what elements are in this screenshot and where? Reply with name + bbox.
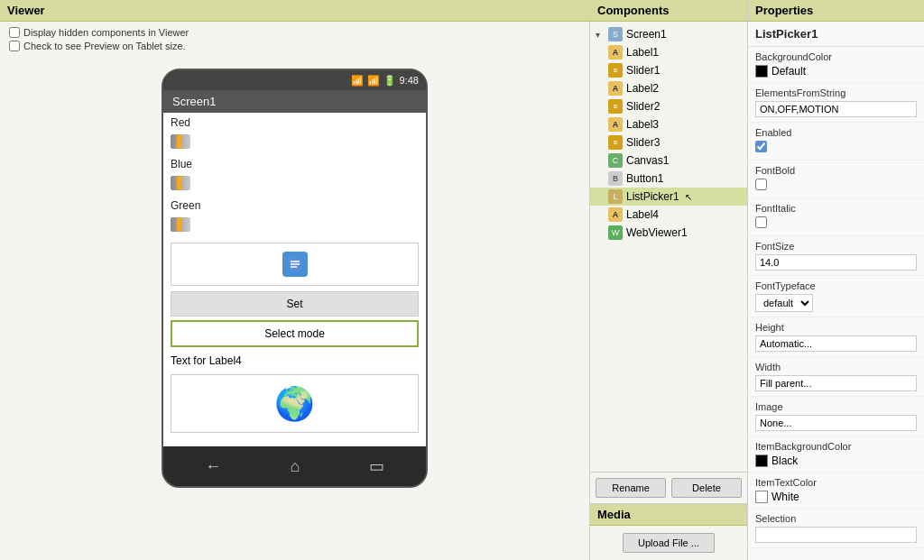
prop-label-width: Width [755, 362, 917, 372]
prop-value-item-bgcolor[interactable]: Black [755, 454, 917, 467]
prop-label-bgcolor: BackgroundColor [755, 51, 917, 62]
prop-checkbox-fontitalic[interactable] [755, 216, 767, 228]
bgcolor-text: Default [772, 65, 806, 78]
slider2-row [163, 174, 426, 196]
tree-item-label3[interactable]: A Label3 [590, 115, 747, 133]
prop-input-elements[interactable] [755, 101, 917, 117]
label4: Text for Label4 [163, 351, 426, 371]
delete-button[interactable]: Delete [671, 478, 742, 498]
label-icon-1: A [608, 45, 623, 60]
prop-label-selection: Selection [755, 513, 917, 524]
tree-label-slider3: Slider3 [626, 136, 660, 149]
prop-label-item-bgcolor: ItemBackgroundColor [755, 441, 917, 452]
battery-icon: 🔋 [383, 75, 396, 87]
components-tree: ▾ S Screen1 A Label1 ≡ Slider1 A Label2 [590, 22, 747, 472]
tree-label-slider2: Slider2 [626, 100, 660, 113]
home-button[interactable]: ⌂ [291, 457, 300, 476]
media-section: Media Upload File ... [590, 503, 747, 560]
tree-label-slider1: Slider1 [626, 64, 660, 77]
rename-button[interactable]: Rename [596, 478, 666, 498]
properties-panel: Properties ListPicker1 BackgroundColor D… [748, 0, 924, 560]
slider3-row [163, 216, 426, 237]
cursor-icon: ↖ [685, 192, 692, 202]
prop-label-height: Height [755, 322, 917, 333]
prop-height: Height [748, 317, 924, 357]
tree-item-webviewer1[interactable]: W WebViewer1 [590, 224, 747, 242]
tree-item-label2[interactable]: A Label2 [590, 79, 747, 97]
prop-elements-from-string: ElementsFromString [748, 83, 924, 123]
phone-time: 9:48 [400, 75, 419, 86]
prop-input-width[interactable] [755, 375, 917, 391]
webviewer-box: 🌍 [171, 374, 419, 433]
prop-label-fonttypeface: FontTypeface [755, 280, 917, 291]
tree-item-screen1[interactable]: ▾ S Screen1 [590, 25, 747, 43]
prop-input-fontsize[interactable] [755, 254, 917, 271]
tree-label-label3: Label3 [626, 118, 659, 131]
prop-fontsize: FontSize [748, 236, 924, 276]
prop-input-image[interactable] [755, 415, 917, 431]
prop-fonttypeface: FontTypeface default [748, 276, 924, 317]
tree-item-slider2[interactable]: ≡ Slider2 [590, 97, 747, 115]
prop-value-bgcolor[interactable]: Default [755, 65, 917, 78]
prop-input-selection[interactable] [755, 527, 917, 543]
webviewer-icon: W [608, 225, 623, 240]
item-bgcolor-text: Black [772, 454, 798, 467]
tree-item-slider1[interactable]: ≡ Slider1 [590, 61, 747, 79]
prop-value-item-textcolor[interactable]: White [755, 491, 917, 503]
display-hidden-label: Display hidden components in Viewer [23, 27, 189, 38]
back-button[interactable]: ← [205, 457, 221, 476]
prop-label-fontsize: FontSize [755, 241, 917, 252]
tree-item-canvas1[interactable]: C Canvas1 [590, 151, 747, 170]
viewer-content: 📶 📶 🔋 9:48 Screen1 Red Blue Green [0, 60, 589, 560]
slider-icon-2: ≡ [608, 99, 623, 114]
tree-item-listpicker1[interactable]: L ListPicker1 ↖ [590, 188, 747, 206]
display-hidden-option[interactable]: Display hidden components in Viewer [9, 27, 580, 38]
tree-label-listpicker1: ListPicker1 [626, 190, 679, 203]
listpicker-box[interactable] [171, 243, 419, 286]
select-mode-button[interactable]: Select mode [171, 320, 419, 347]
components-panel: Components ▾ S Screen1 A Label1 ≡ Slider… [590, 0, 748, 560]
tree-item-label1[interactable]: A Label1 [590, 43, 747, 61]
listpicker-icon [282, 252, 308, 277]
recent-button[interactable]: ▭ [369, 456, 384, 476]
item-textcolor-text: White [772, 491, 799, 503]
upload-button[interactable]: Upload File ... [623, 533, 715, 553]
tree-label-label1: Label1 [626, 46, 659, 59]
tablet-preview-checkbox[interactable] [9, 41, 20, 51]
phone-screen-title: Screen1 [172, 95, 216, 108]
prop-enabled: Enabled [748, 123, 924, 161]
components-footer: Rename Delete [590, 472, 747, 503]
viewer-header: Viewer [0, 0, 589, 22]
prop-label-enabled: Enabled [755, 127, 917, 138]
tree-label-webviewer1: WebViewer1 [626, 226, 688, 239]
prop-width: Width [748, 357, 924, 397]
phone-nav-bar: ← ⌂ ▭ [163, 446, 426, 486]
prop-checkbox-fontbold[interactable] [755, 179, 767, 190]
phone-screen: Red Blue Green Set Select mo [163, 113, 426, 446]
globe-icon: 🌍 [274, 385, 315, 423]
slider-icon-3: ≡ [608, 135, 623, 150]
prop-item-bgcolor: ItemBackgroundColor Black [748, 436, 924, 473]
phone-title-bar: Screen1 [163, 90, 426, 113]
tree-item-button1[interactable]: B Button1 [590, 170, 747, 188]
tree-item-slider3[interactable]: ≡ Slider3 [590, 133, 747, 151]
properties-header: Properties [748, 0, 924, 22]
viewer-options: Display hidden components in Viewer Chec… [0, 22, 589, 60]
prop-checkbox-enabled[interactable] [755, 141, 767, 152]
prop-select-fonttypeface[interactable]: default [755, 294, 813, 312]
prop-label-fontbold: FontBold [755, 165, 917, 176]
media-content: Upload File ... [590, 526, 747, 560]
tree-item-label4[interactable]: A Label4 [590, 206, 747, 224]
prop-input-height[interactable] [755, 335, 917, 352]
slider1-row [163, 133, 426, 154]
signal-icon: 📶 [367, 75, 380, 87]
item-textcolor-swatch [755, 491, 768, 503]
set-button[interactable]: Set [171, 291, 419, 317]
label-icon-4: A [608, 207, 623, 222]
phone-mockup: 📶 📶 🔋 9:48 Screen1 Red Blue Green [162, 69, 428, 488]
prop-label-image: Image [755, 401, 917, 412]
components-header: Components [590, 0, 747, 22]
item-bgcolor-swatch [755, 454, 768, 467]
tablet-preview-option[interactable]: Check to see Preview on Tablet size. [9, 41, 580, 51]
display-hidden-checkbox[interactable] [9, 27, 20, 38]
